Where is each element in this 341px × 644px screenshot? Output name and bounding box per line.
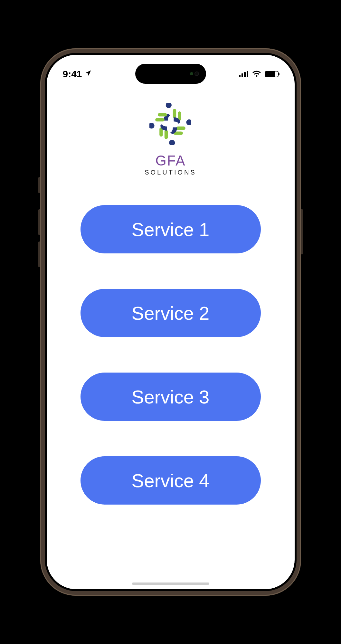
main-content: GFA SOLUTIONS Service 1 Service 2 Servic…	[47, 87, 295, 589]
brand-name: GFA	[145, 153, 196, 169]
status-time: 9:41	[63, 69, 82, 80]
brand-subtitle: SOLUTIONS	[145, 169, 196, 176]
power-button	[301, 209, 303, 254]
service-button-label: Service 4	[132, 470, 210, 491]
volume-up-button	[38, 209, 40, 235]
service-button-label: Service 2	[132, 302, 210, 324]
phone-screen: 9:41	[47, 55, 295, 589]
svg-rect-4	[165, 130, 168, 139]
mute-switch	[38, 177, 40, 193]
brand-block: GFA SOLUTIONS	[145, 103, 196, 176]
battery-icon	[265, 71, 279, 77]
phone-device-frame: 9:41	[40, 48, 301, 596]
service-button-label: Service 3	[132, 386, 210, 408]
svg-rect-6	[156, 118, 165, 121]
service-4-button[interactable]: Service 4	[81, 456, 261, 505]
service-1-button[interactable]: Service 1	[81, 205, 261, 253]
home-indicator[interactable]	[132, 582, 209, 585]
service-3-button[interactable]: Service 3	[81, 373, 261, 421]
status-bar-left: 9:41	[63, 69, 92, 80]
service-2-button[interactable]: Service 2	[81, 289, 261, 337]
svg-rect-0	[173, 109, 176, 118]
svg-rect-2	[176, 127, 186, 130]
status-bar-right	[239, 70, 279, 78]
wifi-icon	[252, 70, 261, 78]
cellular-signal-icon	[239, 71, 248, 77]
svg-rect-7	[158, 113, 167, 116]
service-button-label: Service 1	[132, 219, 210, 240]
location-arrow-icon	[85, 70, 92, 79]
gfa-logo-icon	[149, 103, 191, 146]
proximity-sensor-icon	[190, 72, 193, 75]
volume-down-button	[38, 242, 40, 267]
service-button-list: Service 1 Service 2 Service 3 Service 4	[47, 205, 295, 505]
brand-text: GFA SOLUTIONS	[145, 153, 196, 176]
phone-bezel: 9:41	[45, 53, 297, 591]
dynamic-island	[135, 64, 206, 84]
front-camera-icon	[194, 71, 199, 76]
